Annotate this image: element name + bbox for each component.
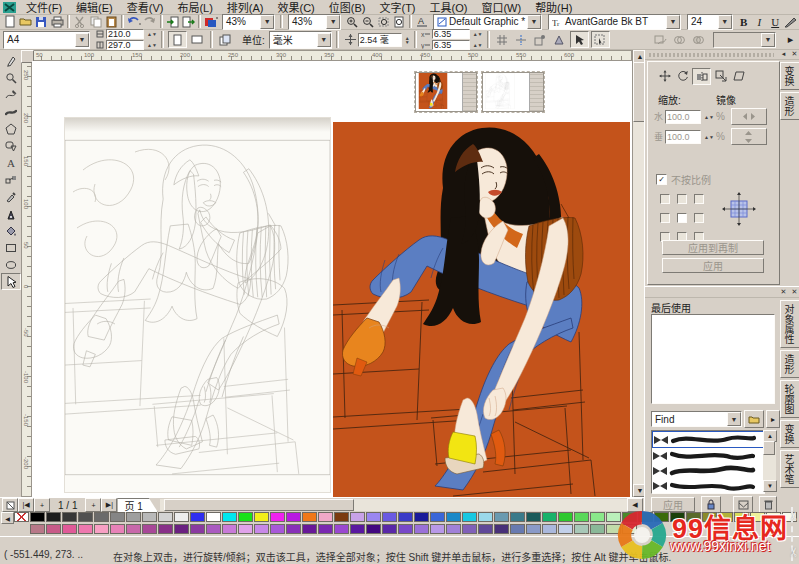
graphic-style-combobox[interactable]: Default Graphic *▼ [433,14,542,30]
palette-swatch[interactable] [590,524,605,534]
duplicate-x-field[interactable]: 6.35 [432,29,470,39]
application-launcher-icon[interactable] [203,14,219,29]
tab-transform[interactable]: 变换 [780,62,799,90]
brush-stroke-item[interactable] [652,448,764,463]
duplicate-y-field[interactable]: 6.35 [432,40,470,50]
color-illustration[interactable] [333,122,630,497]
app-icon[interactable] [3,2,16,13]
palette-swatch[interactable] [286,524,301,534]
brush-stroke-item[interactable] [652,431,764,448]
close-icon[interactable]: ✕ [789,50,799,59]
menu-edit[interactable]: 编辑(E) [69,0,120,15]
palette-swatch[interactable] [398,524,413,534]
font-combobox[interactable]: Tr AvantGarde Bk BT▼ [548,14,681,30]
new-document-icon[interactable] [2,14,18,29]
mirror-horizontal-button[interactable] [731,108,767,125]
scroll-right-icon[interactable]: ◀ [627,498,643,512]
nudge-field[interactable]: 2.54 毫 [358,33,402,47]
horizontal-ruler[interactable]: 50100150200250300350400450500550600 [21,50,632,61]
palette-swatch[interactable] [46,512,61,522]
palette-swatch[interactable] [254,512,269,522]
vertical-ruler[interactable]: 250200150100500-50-100-150-200 [21,61,32,497]
zoom-page-icon[interactable] [392,14,408,29]
interactive-blend-tool[interactable] [1,171,21,188]
palette-swatch[interactable] [526,524,541,534]
freehand-tool[interactable] [1,86,21,103]
scale-v-field[interactable]: 100.0 [665,130,701,144]
no-fill-swatch[interactable] [14,512,29,522]
palette-swatch[interactable] [638,512,653,522]
weld-icon[interactable] [671,32,688,47]
list-scrollbar[interactable]: ▲ ▼ [763,430,776,492]
docker-collapse-icon[interactable]: ◂ [778,50,789,59]
transform-position-tab[interactable] [656,68,673,83]
palette-swatch[interactable] [318,512,333,522]
palette-swatch[interactable] [430,524,445,534]
palette-swatch[interactable] [94,512,109,522]
palette-swatch[interactable] [702,512,717,522]
palette-swatch[interactable] [382,524,397,534]
underline-icon[interactable]: U [767,14,783,29]
palette-swatch[interactable] [158,512,173,522]
zoom-tool[interactable] [1,69,21,86]
chevron-down-icon[interactable]: ▼ [317,33,331,47]
text-tool[interactable]: A [1,154,21,171]
palette-swatch[interactable] [62,512,77,522]
transform-skew-tab[interactable] [730,68,747,83]
add-page-before-icon[interactable]: + [34,498,50,512]
tab-shaping[interactable]: 造形 [780,92,799,120]
palette-swatch[interactable] [510,524,525,534]
landscape-button[interactable] [189,32,206,47]
outline-tool[interactable] [1,205,21,222]
zoom-selection-icon[interactable] [376,14,392,29]
browse-folder-button[interactable] [744,410,764,428]
palette-swatch[interactable] [142,524,157,534]
horizontal-scrollbar[interactable] [160,499,627,511]
zoom-level-combobox[interactable]: 43%▼ [222,14,275,30]
palette-swatch[interactable] [414,512,429,522]
property-bar-overflow-icon[interactable]: ▸ [782,32,799,47]
last-page-icon[interactable]: ▶| [101,498,117,512]
palette-swatch[interactable] [686,512,701,522]
palette-swatch[interactable] [574,512,589,522]
artistic-media-tool[interactable] [1,103,21,120]
paper-width-field[interactable]: 210.0 [106,29,144,39]
brush-stroke-item[interactable] [652,463,764,478]
copy-icon[interactable] [88,14,104,29]
palette-swatch[interactable] [254,524,269,534]
docker-grip[interactable] [649,53,774,57]
list-scroll-thumb[interactable] [763,441,775,455]
palette-swatch[interactable] [158,524,173,534]
menu-text[interactable]: 文字(T) [372,0,422,15]
palette-swatch[interactable] [590,512,605,522]
close-icon[interactable]: ✕ [778,288,789,297]
transform-size-tab[interactable] [712,68,729,83]
tab-artistic-media[interactable]: 艺术笔 [780,450,799,488]
palette-swatch[interactable] [398,512,413,522]
pick-arrow-state-icon[interactable] [570,31,589,48]
palette-swatch[interactable] [446,512,461,522]
chevron-down-icon[interactable]: ▼ [718,15,732,29]
trim-icon[interactable] [690,32,707,47]
italic-icon[interactable]: I [752,14,768,29]
font-size-combobox[interactable]: 24▼ [687,14,733,30]
palette-swatch[interactable] [462,512,477,522]
paste-icon[interactable] [104,14,120,29]
palette-swatch[interactable] [334,512,349,522]
palette-swatch[interactable] [478,524,493,534]
paper-height-field[interactable]: 297.0 [106,40,144,50]
import-icon[interactable] [165,14,181,29]
eyedropper-tool[interactable] [1,188,21,205]
palette-swatch[interactable] [222,524,237,534]
palette-swatch[interactable] [750,512,765,522]
ellipse-tool[interactable] [1,256,21,273]
palette-swatch[interactable] [606,524,621,534]
paper-preset-combobox[interactable]: A4▼ [3,31,90,49]
palette-swatch[interactable] [286,512,301,522]
palette-swatch[interactable] [366,512,381,522]
palette-swatch[interactable] [318,524,333,534]
palette-swatch[interactable] [494,524,509,534]
tab-transform-2[interactable]: 变换 [780,420,799,448]
pencil-sketch-image[interactable] [65,118,330,492]
tab-object-properties[interactable]: 对象属性 [780,300,799,348]
